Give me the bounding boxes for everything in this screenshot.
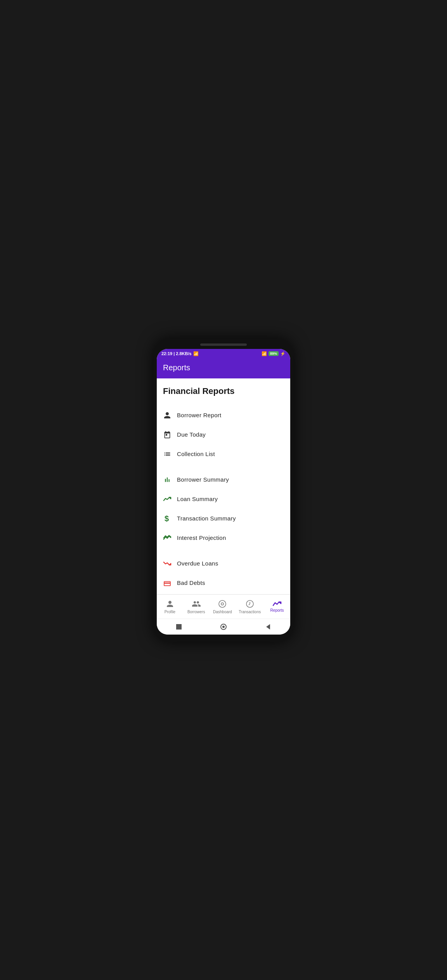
menu-group-summary: Borrower Summary Loan Summary [157,467,290,551]
menu-group-basic: Borrower Report Due Today [157,402,290,467]
borrower-summary-label: Borrower Summary [177,476,229,483]
menu-group-overdue: Overdue Loans Bad Debts [157,551,290,594]
signal-icon: 📶 [193,351,199,356]
menu-item-borrower-report[interactable]: Borrower Report [157,406,290,425]
section-title: Financial Reports [157,378,290,402]
menu-item-interest-projection[interactable]: Interest Projection [157,528,290,548]
svg-point-2 [221,603,224,605]
nav-dashboard-icon [218,599,227,609]
trend-up-icon [163,495,172,503]
sys-circle-btn[interactable] [218,621,229,632]
nav-item-reports[interactable]: Reports [264,599,290,614]
status-right: 📶 89% ⚡ [262,351,286,356]
battery-icon: 89% [269,351,279,356]
interest-projection-label: Interest Projection [177,534,226,541]
due-today-label: Due Today [177,431,206,438]
transaction-summary-label: Transaction Summary [177,515,236,522]
nav-transactions-label: Transactions [239,610,261,614]
person-icon [163,411,172,420]
nav-item-transactions[interactable]: Transactions [236,598,264,616]
nav-reports-icon [272,601,282,607]
wifi-icon: 📶 [262,351,267,356]
bad-debts-label: Bad Debts [177,579,205,586]
bar-chart-icon [163,475,172,484]
calendar-icon [163,430,172,439]
nav-profile-icon [165,599,175,609]
nav-profile-label: Profile [165,610,175,614]
bottom-nav: Profile Borrowers Das [157,594,290,619]
sys-square-btn[interactable] [173,621,184,632]
list-icon [163,450,172,458]
interest-icon [163,534,172,542]
system-nav-bar [157,619,290,635]
svg-marker-7 [266,624,270,630]
nav-reports-label: Reports [270,608,284,612]
phone-screen: 22:19 | 2.8KB/s 📶 📶 89% ⚡ Reports Financ… [157,349,290,635]
loan-summary-label: Loan Summary [177,496,218,502]
svg-rect-4 [176,624,182,630]
menu-item-collection-list[interactable]: Collection List [157,444,290,464]
borrower-report-label: Borrower Report [177,412,222,418]
header-title: Reports [163,363,190,372]
nav-item-borrowers[interactable]: Borrowers [183,598,210,616]
card-icon [163,579,172,587]
status-time: 22:19 | 2.8KB/s [161,351,192,356]
phone-notch [200,343,247,346]
app-header: Reports [157,359,290,378]
overdue-loans-label: Overdue Loans [177,560,218,567]
menu-item-loan-summary[interactable]: Loan Summary [157,489,290,509]
menu-item-transaction-summary[interactable]: $ Transaction Summary [157,509,290,528]
main-content: Financial Reports Borrower Report [157,378,290,594]
menu-item-borrower-summary[interactable]: Borrower Summary [157,470,290,489]
phone-frame: 22:19 | 2.8KB/s 📶 📶 89% ⚡ Reports Financ… [154,339,293,642]
nav-dashboard-label: Dashboard [213,610,232,614]
menu-item-bad-debts[interactable]: Bad Debts [157,573,290,593]
status-bar: 22:19 | 2.8KB/s 📶 📶 89% ⚡ [157,349,290,359]
menu-item-due-today[interactable]: Due Today [157,425,290,444]
nav-borrowers-icon [192,599,201,609]
menu-item-overdue-loans[interactable]: Overdue Loans [157,554,290,573]
nav-transactions-icon [245,599,255,609]
svg-point-6 [222,626,225,628]
trend-down-icon [163,559,172,568]
nav-item-profile[interactable]: Profile [157,598,183,616]
charging-icon: ⚡ [280,351,286,356]
sys-back-btn[interactable] [263,621,274,632]
nav-borrowers-label: Borrowers [187,610,205,614]
svg-point-1 [219,600,226,607]
dollar-icon: $ [163,514,172,523]
status-left: 22:19 | 2.8KB/s 📶 [161,351,199,356]
collection-list-label: Collection List [177,451,215,457]
nav-item-dashboard[interactable]: Dashboard [210,598,236,616]
svg-text:$: $ [165,514,169,523]
